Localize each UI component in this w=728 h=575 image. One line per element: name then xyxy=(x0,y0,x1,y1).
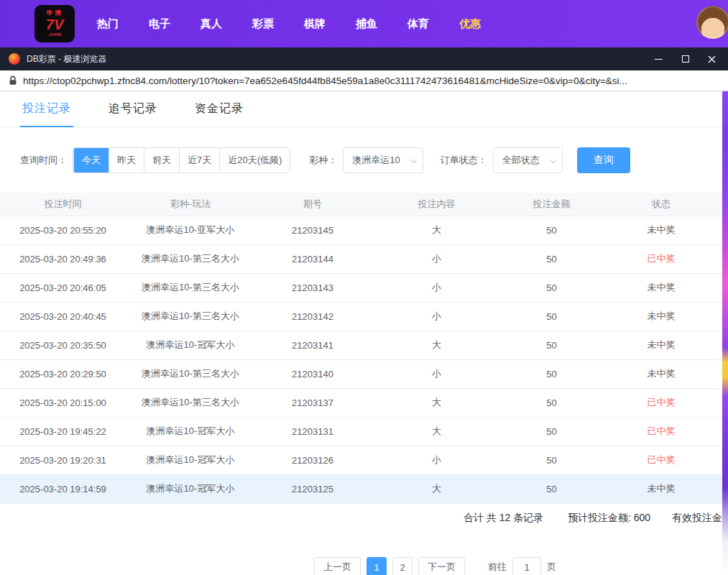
site-logo[interactable]: 申博 7V .com xyxy=(34,5,75,42)
record-tabs: 投注记录 追号记录 资金记录 xyxy=(0,91,722,127)
search-button[interactable]: 查询 xyxy=(577,147,630,173)
cell-bet-content: 小 xyxy=(370,446,503,474)
cell-bet-amount: 50 xyxy=(503,244,600,273)
main-nav: 热门 电子 真人 彩票 棋牌 捕鱼 体育 优惠 xyxy=(82,0,496,47)
goto-unit-label: 页 xyxy=(547,561,556,574)
table-header-cell: 彩种-玩法 xyxy=(126,193,255,216)
cell-game-play: 澳洲幸运10-第三名大小 xyxy=(126,388,255,417)
time-range-option[interactable]: 近7天 xyxy=(179,148,219,172)
close-button[interactable] xyxy=(699,47,725,70)
table-header-cell: 投注时间 xyxy=(0,193,126,216)
tab[interactable]: 资金记录 xyxy=(193,101,246,126)
nav-item[interactable]: 棋牌 xyxy=(289,0,341,47)
page-number-button[interactable]: 2 xyxy=(392,557,413,575)
cell-bet-amount: 50 xyxy=(503,388,600,417)
table-header-cell: 投注内容 xyxy=(370,193,503,216)
minimize-button[interactable] xyxy=(645,47,672,70)
goto-page-group: 前往 页 xyxy=(488,557,556,575)
address-bar: https://ctop02pchwp1.zfnc84.com/lottery/… xyxy=(0,70,728,91)
summary-bar: 合计 共 12 条记录 预计投注金额: 600 有效投注金 xyxy=(0,503,722,532)
cell-bet-content: 大 xyxy=(370,216,503,244)
tab[interactable]: 投注记录 xyxy=(20,101,73,127)
cell-bet-time: 2025-03-20 20:35:50 xyxy=(0,331,126,359)
cell-bet-time: 2025-03-20 20:15:00 xyxy=(0,388,126,417)
cell-status: 已中奖 xyxy=(600,244,722,273)
maximize-button[interactable] xyxy=(672,47,699,70)
cell-game-play: 澳洲幸运10-冠军大小 xyxy=(126,417,255,446)
tab[interactable]: 追号记录 xyxy=(106,101,160,126)
time-range-option[interactable]: 今天 xyxy=(73,148,109,172)
window-title: DB彩票 - 极速浏览器 xyxy=(27,53,106,65)
nav-item[interactable]: 电子 xyxy=(134,0,185,47)
table-row[interactable]: 2025-03-20 20:46:05 澳洲幸运10-第三名大小 2120314… xyxy=(0,273,722,302)
time-range-option[interactable]: 昨天 xyxy=(109,148,144,172)
cell-game-play: 澳洲幸运10-冠军大小 xyxy=(126,474,255,503)
table-row[interactable]: 2025-03-20 20:55:20 澳洲幸运10-亚军大小 21203145… xyxy=(0,216,722,244)
nav-item[interactable]: 真人 xyxy=(185,0,237,47)
table-body: 2025-03-20 20:55:20 澳洲幸运10-亚军大小 21203145… xyxy=(0,216,722,503)
user-avatar[interactable] xyxy=(696,6,728,39)
minimize-icon xyxy=(655,59,663,60)
cell-game-play: 澳洲幸运10-冠军大小 xyxy=(126,446,255,474)
table-row[interactable]: 2025-03-20 19:14:59 澳洲幸运10-冠军大小 21203125… xyxy=(0,474,722,503)
chevron-down-icon xyxy=(550,156,557,163)
cell-status: 已中奖 xyxy=(600,446,722,474)
table-row[interactable]: 2025-03-20 20:15:00 澳洲幸运10-第三名大小 2120313… xyxy=(0,388,722,417)
table-row[interactable]: 2025-03-20 20:29:50 澳洲幸运10-第三名大小 2120314… xyxy=(0,359,722,388)
table-row[interactable]: 2025-03-20 19:20:31 澳洲幸运10-冠军大小 21203126… xyxy=(0,446,722,474)
prev-page-button[interactable]: 上一页 xyxy=(314,557,361,575)
goto-page-input[interactable] xyxy=(512,557,541,575)
cell-bet-time: 2025-03-20 19:20:31 xyxy=(0,446,126,474)
page-number-button[interactable]: 1 xyxy=(367,557,387,575)
time-range-group: 今天 昨天 前天 近7天 近20天(低频) xyxy=(73,147,290,173)
cell-status: 已中奖 xyxy=(600,417,722,446)
time-range-option[interactable]: 近20天(低频) xyxy=(219,148,290,172)
cell-bet-amount: 50 xyxy=(503,446,600,474)
nav-item[interactable]: 彩票 xyxy=(237,0,289,47)
cell-status: 未中奖 xyxy=(600,273,722,302)
cell-bet-time: 2025-03-20 20:46:05 xyxy=(0,273,126,302)
table-row[interactable]: 2025-03-20 20:40:45 澳洲幸运10-第三名大小 2120314… xyxy=(0,302,722,331)
site-header: 申博 7V .com 热门 电子 真人 彩票 棋牌 捕鱼 体育 优惠 xyxy=(0,0,728,47)
url-input[interactable]: https://ctop02pchwp1.zfnc84.com/lottery/… xyxy=(23,75,719,86)
maximize-icon xyxy=(682,55,689,63)
cell-game-play: 澳洲幸运10-第三名大小 xyxy=(126,302,255,331)
browser-titlebar: DB彩票 - 极速浏览器 xyxy=(0,47,728,70)
screen: 申博 7V .com 热门 电子 真人 彩票 棋牌 捕鱼 体育 优惠 xyxy=(0,0,728,575)
cell-issue-number: 21203141 xyxy=(255,331,370,359)
cell-bet-time: 2025-03-20 20:55:20 xyxy=(0,216,126,244)
cell-issue-number: 21203143 xyxy=(255,273,370,302)
logo-text-main: 7V xyxy=(46,17,63,32)
cell-bet-content: 小 xyxy=(370,244,503,273)
nav-item[interactable]: 体育 xyxy=(392,0,444,47)
total-records-text: 合计 共 12 条记录 xyxy=(464,503,543,532)
chevron-down-icon xyxy=(410,156,418,163)
cell-bet-content: 大 xyxy=(370,417,503,446)
next-page-button[interactable]: 下一页 xyxy=(418,557,465,575)
cell-status: 未中奖 xyxy=(600,216,722,244)
nav-item[interactable]: 捕鱼 xyxy=(341,0,392,47)
time-range-option[interactable]: 前天 xyxy=(144,148,179,172)
lottery-type-select[interactable]: 澳洲幸运10 xyxy=(343,147,423,173)
cell-issue-number: 21203142 xyxy=(255,302,370,331)
window-controls xyxy=(645,47,725,70)
cell-bet-content: 大 xyxy=(370,331,503,359)
nav-item[interactable]: 优惠 xyxy=(444,0,496,47)
goto-label: 前往 xyxy=(488,561,507,574)
cell-issue-number: 21203125 xyxy=(255,474,370,503)
cell-bet-amount: 50 xyxy=(503,417,600,446)
cell-bet-amount: 50 xyxy=(503,273,600,302)
browser-app-icon xyxy=(9,53,20,65)
order-status-select[interactable]: 全部状态 xyxy=(493,147,563,173)
order-status-value: 全部状态 xyxy=(502,154,540,167)
background-page-edge xyxy=(722,91,728,575)
logo-text-bottom: .com xyxy=(48,32,62,38)
table-row[interactable]: 2025-03-20 20:35:50 澳洲幸运10-冠军大小 21203141… xyxy=(0,331,722,359)
lottery-type-label: 彩种： xyxy=(309,154,337,167)
table-header-cell: 投注金额 xyxy=(503,193,600,216)
table-row[interactable]: 2025-03-20 20:49:36 澳洲幸运10-第三名大小 2120314… xyxy=(0,244,722,273)
cell-bet-time: 2025-03-20 19:45:22 xyxy=(0,417,126,446)
cell-game-play: 澳洲幸运10-第三名大小 xyxy=(126,244,255,273)
table-row[interactable]: 2025-03-20 19:45:22 澳洲幸运10-冠军大小 21203131… xyxy=(0,417,722,446)
nav-item[interactable]: 热门 xyxy=(82,0,134,47)
